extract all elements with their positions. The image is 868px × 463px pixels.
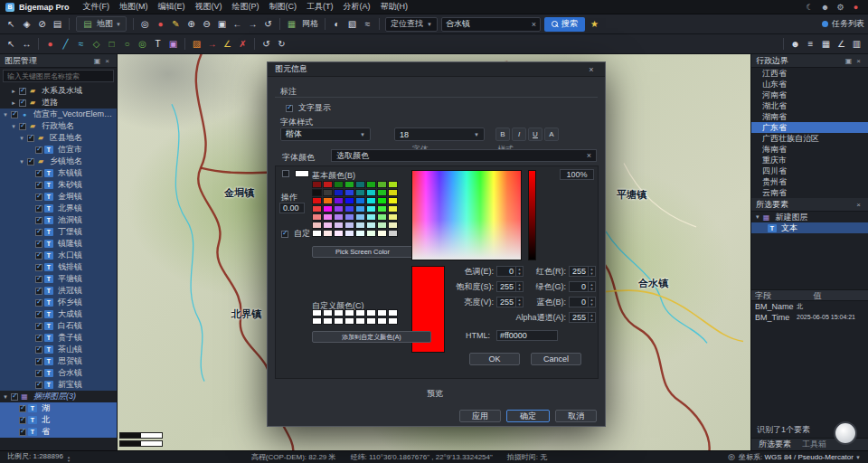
color-swatch[interactable] [366, 181, 376, 188]
expand-arrow[interactable]: ▾ [10, 123, 17, 130]
font-size-select[interactable]: 18 ▼ [394, 128, 485, 141]
grid-toggle-label[interactable]: 网格 [302, 18, 318, 30]
next-view-icon[interactable]: → [246, 17, 259, 32]
attribute-row[interactable]: BM_Name北 [751, 301, 868, 312]
attribute-row[interactable]: BM_Time2025-06-05 15:04:21 [751, 312, 868, 323]
color-swatch[interactable] [366, 189, 376, 196]
color-swatch[interactable] [366, 309, 376, 317]
zoom-in-icon[interactable]: ⊕ [184, 17, 198, 32]
spin-arrows-icon[interactable]: ▲▼ [588, 267, 595, 276]
profile-icon[interactable]: ☻ [788, 37, 802, 52]
hue-saturation-picker[interactable] [411, 170, 522, 260]
operation-input[interactable]: 0.00 [279, 203, 305, 213]
dock-icon[interactable]: ▣ [92, 57, 102, 65]
spin-arrows-icon[interactable]: ▲▼ [515, 267, 523, 276]
tree-item[interactable]: T茶山镇 [0, 344, 117, 355]
color-swatch[interactable] [334, 222, 344, 229]
spinbox[interactable]: 0▲▼ [496, 266, 524, 277]
tree-item[interactable]: T北 [0, 414, 117, 426]
spinbox[interactable]: 255▲▼ [496, 297, 524, 307]
color-swatch[interactable] [344, 213, 354, 221]
layer-item-text[interactable]: T 文本 [751, 222, 868, 233]
tree-item[interactable]: T怀乡镇 [0, 297, 117, 308]
color-swatch[interactable] [355, 197, 365, 204]
tree-item[interactable]: ▾▰区县地名 [0, 132, 117, 144]
color-swatch[interactable] [388, 181, 398, 188]
tree-item[interactable]: T洪冠镇 [0, 285, 117, 297]
delete-tool-icon[interactable]: ✗ [236, 37, 250, 52]
pencil-icon[interactable]: ✎ [169, 17, 183, 32]
italic-button[interactable]: I [512, 128, 526, 141]
clear-color-icon[interactable]: × [587, 151, 591, 160]
color-swatch[interactable] [366, 205, 376, 213]
color-swatch[interactable] [334, 309, 344, 317]
menu-item[interactable]: 地图(M) [115, 0, 153, 14]
scale-indicator[interactable]: 比例尺: 1:288896 ▲▼ [7, 451, 71, 463]
redo-icon[interactable]: ↻ [275, 37, 288, 52]
layer-visibility-checkbox[interactable] [19, 417, 26, 424]
tree-item[interactable]: T贵子镇 [0, 332, 117, 344]
tree-item[interactable]: T大成镇 [0, 308, 117, 320]
layer-visibility-checkbox[interactable] [35, 323, 42, 330]
layer-visibility-checkbox[interactable] [35, 170, 42, 177]
menu-item[interactable]: 绘图(P) [228, 0, 264, 14]
layer-search-input[interactable] [4, 71, 113, 81]
checkbox-icon[interactable] [281, 231, 288, 238]
spinbox[interactable]: 255▲▼ [496, 281, 524, 292]
add-custom-color-button[interactable]: 添加到自定义颜色(A) [312, 331, 431, 343]
close-button[interactable]: 取消 [555, 410, 597, 422]
font-color-button[interactable]: A [544, 128, 559, 141]
clear-search-icon[interactable]: × [532, 20, 536, 29]
color-swatch[interactable] [388, 222, 398, 229]
task-list-button[interactable]: 任务列表 [822, 18, 864, 30]
draw-move-icon[interactable]: ↔ [20, 37, 33, 52]
grid-icon[interactable]: ▦ [285, 17, 298, 32]
layer-visibility-checkbox[interactable] [35, 288, 42, 295]
color-swatch[interactable] [323, 222, 333, 229]
spin-arrows-icon[interactable]: ▲▼ [588, 282, 595, 291]
color-swatch[interactable] [355, 181, 365, 188]
layer-visibility-checkbox[interactable] [35, 182, 42, 189]
settings-gear-icon[interactable]: ⚙ [834, 3, 847, 12]
spinbox[interactable]: 0▲▼ [569, 297, 596, 307]
color-swatch[interactable] [355, 317, 365, 325]
pan-tool-icon[interactable]: ◈ [20, 17, 33, 32]
ok-button[interactable]: OK [469, 353, 520, 365]
layer-visibility-checkbox[interactable] [19, 405, 26, 412]
scale-spinner-icon[interactable]: ▲▼ [67, 456, 71, 463]
tab-toolbox[interactable]: 工具箱 [802, 439, 826, 450]
dialog-title-bar[interactable]: 图元信息 × [268, 62, 605, 77]
color-swatch[interactable] [355, 213, 365, 221]
color-swatch[interactable] [344, 181, 354, 188]
tree-item[interactable]: T池洞镇 [0, 214, 117, 226]
expand-arrow[interactable]: ▾ [18, 158, 25, 165]
table-icon[interactable]: ▦ [819, 37, 833, 52]
layer-visibility-checkbox[interactable] [35, 382, 42, 389]
menu-item[interactable]: 帮助(H) [376, 0, 413, 14]
layer-visibility-checkbox[interactable] [19, 99, 26, 107]
color-swatch[interactable] [377, 213, 387, 221]
color-swatch[interactable] [388, 197, 398, 204]
refresh-icon[interactable]: ↺ [261, 17, 275, 32]
layer-visibility-checkbox[interactable] [35, 252, 42, 260]
layer-visibility-checkbox[interactable] [35, 217, 42, 224]
color-swatch[interactable] [323, 181, 333, 188]
favorite-star-icon[interactable]: ★ [588, 17, 601, 32]
menu-item[interactable]: 分析(A) [339, 0, 375, 14]
province-item[interactable]: 江西省 [751, 68, 868, 79]
color-swatch[interactable] [377, 197, 387, 204]
close-icon[interactable]: × [854, 201, 863, 209]
layer-visibility-checkbox[interactable] [35, 194, 42, 201]
layer-visibility-checkbox[interactable] [11, 393, 18, 401]
tree-item[interactable]: T金垌镇 [0, 191, 117, 203]
prev-view-icon[interactable]: ← [231, 17, 244, 32]
text-tool-icon[interactable]: T [151, 37, 165, 52]
color-swatch[interactable] [312, 317, 322, 325]
color-swatch[interactable] [388, 317, 398, 325]
layer-visibility-checkbox[interactable] [35, 358, 42, 365]
color-swatch[interactable] [344, 189, 354, 196]
color-swatch[interactable] [388, 205, 398, 213]
annotation-icon[interactable]: ≈ [361, 17, 374, 32]
spin-arrows-icon[interactable]: ▲▼ [588, 298, 595, 307]
expand-arrow[interactable]: ▸ [10, 99, 17, 107]
